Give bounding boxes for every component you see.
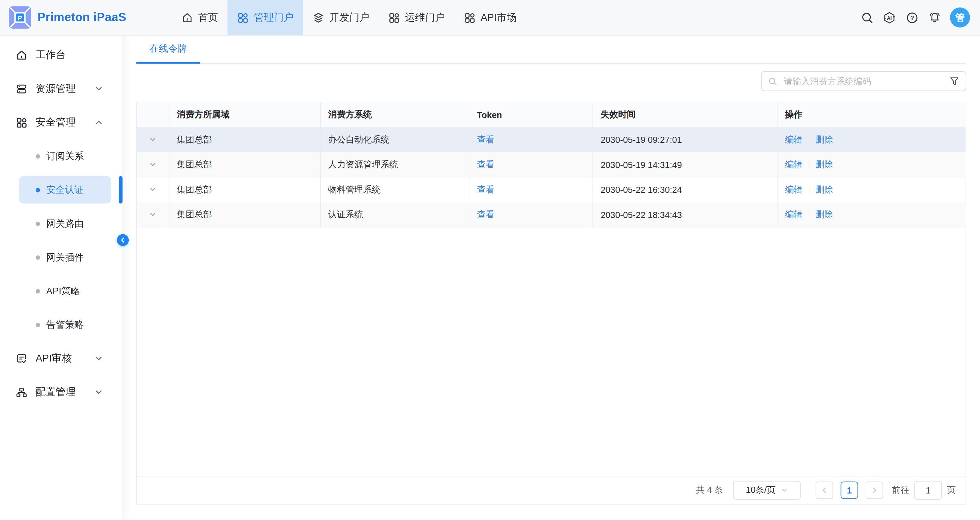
prev-page-button[interactable] <box>816 482 833 499</box>
pagination-total: 共 4 条 <box>696 485 723 496</box>
tab-online-tokens[interactable]: 在线令牌 <box>136 35 200 63</box>
cell-domain: 集团总部 <box>170 177 321 202</box>
pagination-bar: 共 4 条 10条/页 1 前往 页 <box>137 476 966 504</box>
bullet-icon <box>36 322 40 327</box>
column-header-domain: 消费方所属域 <box>170 102 321 127</box>
search-icon[interactable] <box>860 11 873 24</box>
nav-item-api-market[interactable]: API市场 <box>454 0 526 35</box>
view-token-link[interactable]: 查看 <box>477 184 494 195</box>
cell-system: 认证系统 <box>321 202 469 227</box>
grid-icon <box>16 116 27 128</box>
nav-item-label: 运维门户 <box>405 11 445 24</box>
page-number-button[interactable]: 1 <box>841 482 858 499</box>
avatar[interactable]: 管 <box>950 8 970 27</box>
sidebar-item-security-mgmt[interactable]: 安全管理 <box>0 105 123 139</box>
table-row: 集团总部 物料管理系统 查看 2030-05-22 16:30:24 编辑 删除 <box>137 177 966 202</box>
page-size-select[interactable]: 10条/页 <box>733 481 800 499</box>
ai-assistant-icon[interactable]: AI <box>883 11 896 24</box>
chevron-down-icon <box>94 84 103 94</box>
sidebar-item-label: 资源管理 <box>36 82 76 95</box>
delete-link[interactable]: 删除 <box>816 159 833 170</box>
search-box <box>761 71 966 91</box>
sidebar-item-resource-mgmt[interactable]: 资源管理 <box>0 72 123 105</box>
edit-link[interactable]: 编辑 <box>785 134 802 145</box>
sidebar-menu: 工作台 资源管理 <box>0 35 123 409</box>
cell-domain: 集团总部 <box>170 128 321 152</box>
next-page-button[interactable] <box>865 482 883 499</box>
sidebar: 工作台 资源管理 <box>0 35 123 520</box>
main-content: 在线令牌 消费方所属域 消费方系统 Token 失效时间 <box>123 35 980 520</box>
tab-bar: 在线令牌 <box>136 35 966 63</box>
sidebar-item-label: 工作台 <box>36 48 66 62</box>
brand-logo-icon: P <box>8 6 32 30</box>
sidebar-item-workbench[interactable]: 工作台 <box>0 38 123 72</box>
sidebar-item-config-mgmt[interactable]: 配置管理 <box>0 375 123 409</box>
edit-link[interactable]: 编辑 <box>785 209 802 220</box>
svg-text:?: ? <box>910 14 914 21</box>
sidebar-item-alert-policy[interactable]: 告警策略 <box>0 308 123 341</box>
bell-icon[interactable] <box>928 11 941 24</box>
home-icon <box>16 49 27 61</box>
server-stack-icon <box>16 82 27 95</box>
delete-link[interactable]: 删除 <box>816 134 833 145</box>
nav-item-ops-portal[interactable]: 运维门户 <box>379 0 454 35</box>
consumer-code-search-input[interactable] <box>783 76 945 87</box>
header-actions: AI ? 管 <box>860 0 970 35</box>
cell-system: 人力资源管理系统 <box>321 152 469 177</box>
nav-item-label: API市场 <box>480 11 517 24</box>
bullet-icon <box>36 154 40 159</box>
view-token-link[interactable]: 查看 <box>477 209 494 220</box>
chevron-down-icon <box>94 387 103 397</box>
column-header-ops: 操作 <box>778 102 966 127</box>
edit-link[interactable]: 编辑 <box>785 159 802 170</box>
sidebar-item-label: 安全管理 <box>36 116 76 129</box>
sidebar-item-api-policy[interactable]: API策略 <box>0 274 123 308</box>
action-divider <box>809 185 810 193</box>
page-size-value: 10条/页 <box>746 485 775 496</box>
cell-expire-time: 2030-05-19 14:31:49 <box>593 152 778 177</box>
bullet-icon <box>36 221 40 226</box>
nav-item-dev-portal[interactable]: 开发门户 <box>303 0 379 35</box>
table-row: 集团总部 人力资源管理系统 查看 2030-05-19 14:31:49 编辑 … <box>137 152 966 177</box>
row-expand-chevron-icon[interactable] <box>137 177 169 202</box>
help-icon[interactable]: ? <box>905 11 919 24</box>
table-header-row: 消费方所属域 消费方系统 Token 失效时间 操作 <box>137 102 966 127</box>
grid-icon <box>388 11 400 24</box>
sidebar-item-label: 订阅关系 <box>46 150 84 162</box>
sidebar-item-gateway-plugin[interactable]: 网关插件 <box>0 241 123 274</box>
goto-label: 前往 <box>892 485 909 496</box>
goto-page-input[interactable] <box>914 481 942 499</box>
brand: P Primeton iPaaS <box>8 0 126 35</box>
filter-funnel-icon[interactable] <box>949 76 959 86</box>
delete-link[interactable]: 删除 <box>816 184 833 195</box>
row-expand-chevron-icon[interactable] <box>137 202 169 227</box>
chevron-down-icon <box>94 354 103 363</box>
sidebar-item-subscription[interactable]: 订阅关系 <box>0 139 123 173</box>
grid-icon <box>237 11 249 24</box>
nav-item-home[interactable]: 首页 <box>172 0 228 35</box>
nav-item-label: 首页 <box>198 11 218 24</box>
grid-icon <box>464 11 476 24</box>
row-expand-chevron-icon[interactable] <box>137 152 169 177</box>
sidebar-item-gateway-route[interactable]: 网关路由 <box>0 207 123 241</box>
edit-link[interactable]: 编辑 <box>785 184 802 195</box>
view-token-link[interactable]: 查看 <box>477 159 494 170</box>
sidebar-item-security-auth[interactable]: 安全认证 <box>0 173 123 207</box>
action-divider <box>809 135 810 144</box>
sidebar-collapse-button[interactable] <box>117 234 129 246</box>
chevron-left-icon <box>821 486 828 494</box>
sitemap-icon <box>16 386 27 398</box>
action-divider <box>809 160 810 169</box>
nav-item-label: 管理门户 <box>254 11 294 24</box>
cell-expire-time: 2030-05-22 16:30:24 <box>593 177 778 202</box>
active-indicator-bar <box>119 176 123 204</box>
row-expand-chevron-icon[interactable] <box>137 128 169 152</box>
cell-expire-time: 2030-05-19 09:27:01 <box>593 128 778 152</box>
column-header-expire: 失效时间 <box>593 102 778 127</box>
delete-link[interactable]: 删除 <box>816 209 833 220</box>
nav-item-admin-portal[interactable]: 管理门户 <box>228 0 303 35</box>
sidebar-item-label: 网关插件 <box>46 251 84 263</box>
view-token-link[interactable]: 查看 <box>477 134 494 145</box>
chevron-right-icon <box>871 486 878 494</box>
sidebar-item-api-audit[interactable]: API审核 <box>0 341 123 375</box>
